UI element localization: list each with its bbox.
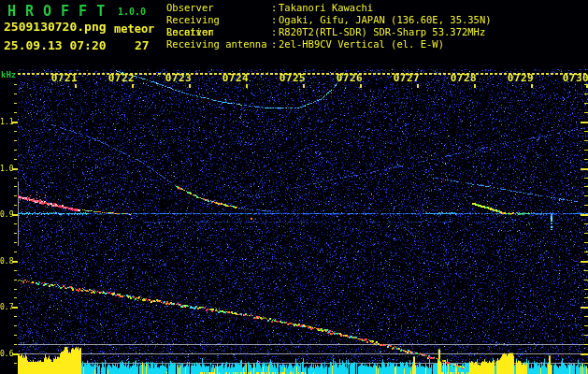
hrofft-window: HROFFT 1.0.0 2509130720.png meteor 25.09… bbox=[0, 0, 588, 374]
spectrogram-canvas bbox=[0, 0, 588, 374]
